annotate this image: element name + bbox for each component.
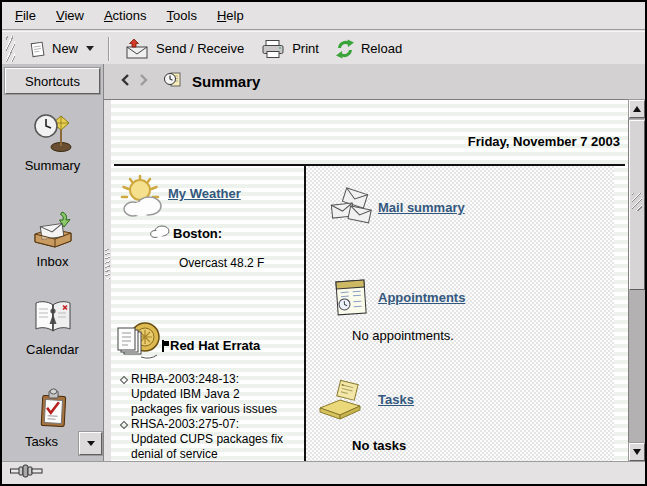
evolution-window: File View Actions Tools Help New Send / … <box>0 0 647 486</box>
calendar-icon <box>2 298 103 338</box>
inbox-icon <box>2 210 103 250</box>
mail-summary-link[interactable]: Mail summary <box>378 200 465 215</box>
menu-actions[interactable]: Actions <box>102 6 149 25</box>
back-icon[interactable] <box>120 73 131 91</box>
appointments-link[interactable]: Appointments <box>378 290 465 305</box>
shortcut-bar: Shortcuts Summary Inbox Calendar Tasks <box>2 64 104 461</box>
menu-help[interactable]: Help <box>215 6 246 25</box>
shortcuts-group-button[interactable]: Shortcuts <box>5 68 100 94</box>
cloud-icon <box>150 224 170 243</box>
send-receive-button[interactable]: Send / Receive <box>116 34 252 63</box>
online-status-icon[interactable] <box>10 464 44 482</box>
menu-file[interactable]: File <box>13 6 38 25</box>
menu-view[interactable]: View <box>54 6 86 25</box>
summary-shortcut-icon <box>2 112 103 154</box>
folder-title: Summary <box>192 73 260 90</box>
print-icon <box>260 39 286 59</box>
left-column: My Weather Boston: Overcast 48.2 F Red H… <box>114 166 302 461</box>
folder-title-bar: Summary <box>104 64 645 100</box>
print-button[interactable]: Print <box>252 35 327 63</box>
scrollbar-thumb[interactable] <box>629 120 645 290</box>
reload-icon <box>335 39 355 59</box>
weather-city: Boston: <box>173 226 222 241</box>
tasks-icon <box>316 378 366 428</box>
errata-icon <box>114 320 162 372</box>
chevron-down-icon <box>87 441 95 446</box>
tasks-link[interactable]: Tasks <box>378 392 414 407</box>
pane-grip[interactable] <box>105 249 110 279</box>
scroll-up-icon <box>633 106 641 112</box>
new-button[interactable]: New <box>20 36 102 62</box>
summary-content: Friday, November 7 2003 My Weather Bosto… <box>111 100 628 461</box>
menu-tools[interactable]: Tools <box>165 6 199 25</box>
sidebar-item-calendar[interactable]: Calendar <box>2 298 103 357</box>
my-weather-link[interactable]: My Weather <box>168 186 241 201</box>
appointments-empty-text: No appointments. <box>352 328 454 343</box>
reload-button[interactable]: Reload <box>327 35 410 63</box>
errata-list: RHBA-2003:248-13: Updated IBM Java 2 pac… <box>119 372 285 461</box>
tasks-shortcut-icon <box>2 388 103 430</box>
pane-divider[interactable] <box>104 100 111 461</box>
toolbar-grip[interactable] <box>6 36 15 62</box>
summary-view: Friday, November 7 2003 My Weather Bosto… <box>111 100 645 461</box>
sidebar-item-inbox[interactable]: Inbox <box>2 210 103 269</box>
weather-icon <box>120 174 166 224</box>
toolbar: New Send / Receive Print Reload <box>2 31 645 66</box>
forward-icon[interactable] <box>138 73 149 91</box>
summary-date: Friday, November 7 2003 <box>468 134 620 149</box>
errata-item[interactable]: RHSA-2003:275-07: Updated CUPS packages … <box>119 417 285 461</box>
flag-icon <box>161 340 169 352</box>
errata-item[interactable]: RHBA-2003:248-13: Updated IBM Java 2 pac… <box>119 372 285 417</box>
status-bar <box>2 461 645 484</box>
scroll-up-button[interactable] <box>629 100 645 118</box>
sidebar-item-label: Inbox <box>2 254 103 269</box>
sidebar-item-summary[interactable]: Summary <box>2 112 103 173</box>
mail-summary-icon <box>330 186 374 232</box>
appointments-icon <box>330 276 372 324</box>
scroll-down-icon <box>633 449 641 455</box>
tasks-empty-text: No tasks <box>352 438 406 453</box>
menu-bar: File View Actions Tools Help <box>2 2 645 30</box>
errata-title: Red Hat Errata <box>170 338 260 353</box>
toolbar-separator <box>108 37 110 61</box>
summary-header-icon <box>162 70 182 94</box>
send-receive-icon <box>124 38 150 59</box>
shortcut-group-dropdown-button[interactable] <box>79 432 102 455</box>
new-note-icon <box>28 40 46 58</box>
right-column: Mail summary Appointments No appointment… <box>306 166 614 461</box>
errata-title-row: Red Hat Errata <box>161 338 260 353</box>
scroll-down-button[interactable] <box>629 443 645 461</box>
sidebar-item-label: Calendar <box>2 342 103 357</box>
sidebar-item-label: Summary <box>2 158 103 173</box>
new-dropdown-arrow-icon[interactable] <box>86 46 94 51</box>
vertical-scrollbar[interactable] <box>628 100 645 461</box>
weather-condition: Overcast 48.2 F <box>179 256 264 270</box>
